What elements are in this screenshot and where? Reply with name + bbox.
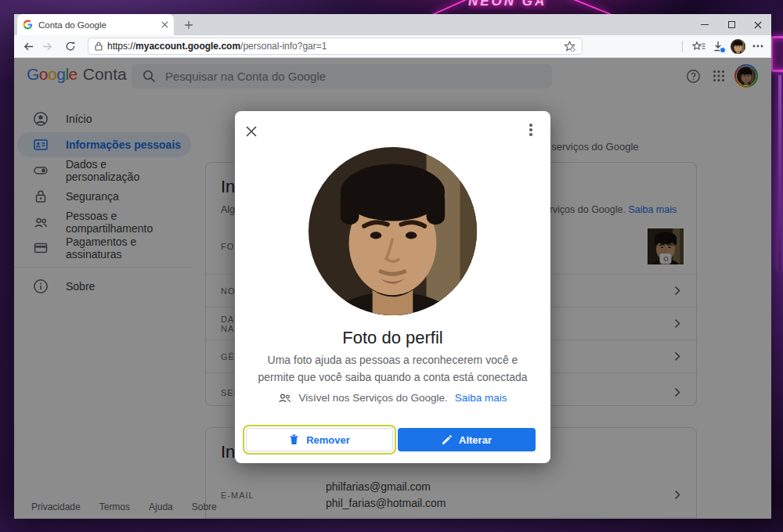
remove-photo-button[interactable]: Remover	[246, 428, 393, 451]
back-icon[interactable]	[19, 37, 38, 56]
browser-profile-avatar[interactable]	[731, 39, 745, 54]
download-icon[interactable]	[713, 41, 723, 52]
visibility-saiba-mais-link[interactable]: Saiba mais	[455, 392, 507, 404]
pencil-icon	[442, 435, 452, 445]
modal-actions: Remover Alterar	[246, 428, 536, 451]
modal-description: Uma foto ajuda as pessoas a reconhecerem…	[235, 352, 550, 386]
modal-title: Foto do perfil	[235, 328, 550, 348]
toolbar-right-icons	[680, 39, 767, 54]
remove-button-label: Remover	[306, 434, 350, 446]
download-badge	[720, 47, 726, 53]
maximize-icon[interactable]	[718, 14, 745, 35]
change-photo-button[interactable]: Alterar	[398, 428, 536, 451]
visibility-text: Visível nos Serviços do Google.	[298, 392, 447, 404]
lock-icon	[95, 41, 103, 51]
browser-window: Conta do Google	[14, 14, 771, 519]
more-menu-icon[interactable]	[752, 45, 763, 48]
modal-description-line: Uma foto ajuda as pessoas a reconhecerem…	[235, 352, 550, 369]
tab-strip: Conta do Google	[14, 14, 771, 35]
modal-description-line: permite que você saiba quando a conta es…	[235, 369, 550, 386]
toolbar-separator	[682, 41, 683, 52]
forward-icon[interactable]	[38, 37, 56, 56]
wallpaper-neon-frame	[770, 36, 783, 72]
wallpaper-neon-sign: NEON GA	[468, 0, 547, 9]
google-favicon	[23, 20, 33, 30]
kebab-menu-icon[interactable]	[524, 123, 538, 137]
profile-photo-large	[309, 147, 477, 315]
visibility-row: Visível nos Serviços do Google. Saiba ma…	[235, 392, 550, 404]
url-text: https://myaccount.google.com/personal-in…	[107, 41, 559, 52]
tab-close-icon[interactable]	[161, 21, 168, 28]
favorites-icon[interactable]	[692, 41, 705, 52]
wallpaper-neon-line	[567, 0, 611, 15]
minimize-icon[interactable]	[691, 14, 718, 35]
trash-icon	[289, 434, 299, 445]
url-bar[interactable]: https://myaccount.google.com/personal-in…	[88, 38, 583, 55]
refresh-icon[interactable]	[61, 37, 80, 56]
wallpaper-neon-strip	[778, 75, 781, 271]
close-window-icon[interactable]	[745, 14, 771, 35]
window-controls	[691, 14, 771, 35]
change-button-label: Alterar	[459, 434, 492, 446]
browser-tab[interactable]: Conta do Google	[17, 14, 174, 35]
bookmark-star-icon[interactable]	[564, 41, 576, 52]
profile-photo-modal: Foto do perfil Uma foto ajuda as pessoas…	[235, 111, 550, 463]
page-content: Google Conta	[14, 58, 771, 519]
browser-toolbar: https://myaccount.google.com/personal-in…	[14, 35, 771, 58]
visibility-people-icon	[278, 393, 291, 404]
close-icon[interactable]	[241, 121, 262, 142]
new-tab-button[interactable]	[180, 16, 197, 34]
tab-title: Conta do Google	[38, 20, 156, 30]
